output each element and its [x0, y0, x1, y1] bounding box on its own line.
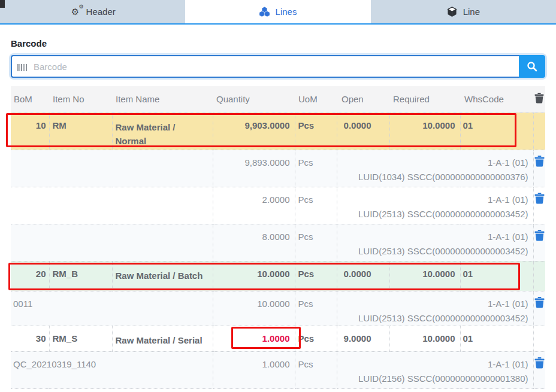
quantity-cell: 8.0000	[213, 224, 295, 261]
item-no-cell: RM	[49, 113, 112, 150]
actions-cell	[533, 351, 545, 388]
luid-sscc: LUID(2513) SSCC(000000000000003452)	[337, 244, 528, 259]
barcode-input[interactable]	[11, 55, 519, 78]
barcode-input-group	[11, 55, 545, 78]
delete-row-button[interactable]	[534, 230, 545, 243]
actions-cell	[533, 187, 545, 224]
detail-row: 9,893.0000Pcs1-A-1 (01)LUID(1034) SSCC(0…	[11, 150, 545, 187]
col-header-actions	[533, 86, 545, 113]
detail-label-cell	[11, 224, 213, 261]
bom-cell: 30	[11, 326, 49, 351]
luid-sscc: LUID(2513) SSCC(000000000000003452)	[337, 207, 528, 221]
bin-location: 1-A-1 (01)	[337, 357, 528, 372]
bin-location: 1-A-1 (01)	[337, 156, 528, 170]
uom-cell: Pcs	[295, 326, 337, 351]
detail-label-cell: 0011	[11, 291, 213, 326]
open-cell: 0.0000	[337, 113, 389, 150]
luid-sscc: LUID(2513) SSCC(000000000000003452)	[337, 311, 528, 326]
quantity-cell: 9,903.0000	[213, 113, 295, 150]
bom-row: 30RM_SRaw Material / Serial1.0000Pcs9.00…	[11, 326, 545, 351]
detail-label-cell	[11, 187, 213, 224]
trash-icon	[534, 357, 545, 369]
delete-row-button[interactable]	[534, 156, 545, 169]
uom-cell: Pcs	[295, 224, 337, 261]
quantity-value: 9,903.0000	[244, 120, 289, 130]
open-cell: 0.0000	[337, 261, 389, 291]
cubes-icon	[259, 7, 270, 17]
search-icon	[527, 61, 537, 72]
delete-row-button[interactable]	[534, 357, 545, 370]
required-cell: 10.0000	[389, 113, 460, 150]
trash-icon	[534, 193, 545, 204]
bin-luid-cell: 1-A-1 (01)LUID(1034) SSCC(00000000000000…	[337, 150, 533, 187]
uom-cell: Pcs	[295, 291, 337, 326]
whscode-cell: 01	[460, 261, 533, 291]
quantity-cell: 10.0000	[213, 291, 295, 326]
item-no-cell: RM_B	[49, 261, 112, 291]
search-button[interactable]	[519, 55, 545, 78]
col-header-item-name: Item Name	[112, 86, 213, 113]
bom-row: 10RMRaw Material / Normal9,903.0000Pcs0.…	[11, 113, 545, 150]
corner-artifact	[0, 0, 5, 8]
quantity-cell: 1.0000	[213, 351, 295, 388]
lines-table: BoM Item No Item Name Quantity UoM Open …	[11, 86, 545, 389]
bin-luid-cell: 1-A-1 (01)LUID(2513) SSCC(00000000000000…	[337, 224, 533, 261]
barcode-label: Barcode	[11, 38, 545, 48]
col-header-quantity: Quantity	[213, 86, 295, 113]
gears-icon: ⚙⚙	[70, 7, 81, 17]
delete-row-button[interactable]	[534, 193, 545, 206]
quantity-cell: 2.0000	[213, 187, 295, 224]
col-header-required: Required	[389, 86, 460, 113]
whscode-cell: 01	[460, 326, 533, 351]
col-header-open: Open	[337, 86, 389, 113]
item-name-cell: Raw Material / Normal	[112, 113, 213, 150]
required-cell: 10.0000	[389, 326, 460, 351]
detail-label-cell	[11, 150, 213, 187]
uom-cell: Pcs	[295, 261, 337, 291]
uom-cell: Pcs	[295, 351, 337, 388]
table-body: 10RMRaw Material / Normal9,903.0000Pcs0.…	[11, 113, 545, 388]
bin-luid-cell: 1-A-1 (01)LUID(2156) SSCC(00000000000000…	[337, 351, 533, 388]
trash-icon	[534, 93, 544, 104]
trash-icon	[534, 230, 545, 241]
bin-location: 1-A-1 (01)	[337, 297, 528, 311]
uom-cell: Pcs	[295, 187, 337, 224]
quantity-value: 10.0000	[257, 269, 289, 279]
detail-row: 001110.0000Pcs1-A-1 (01)LUID(2513) SSCC(…	[11, 291, 545, 326]
bin-luid-cell: 1-A-1 (01)LUID(2513) SSCC(00000000000000…	[337, 291, 533, 326]
bin-location: 1-A-1 (01)	[337, 193, 528, 207]
col-header-item-no: Item No	[49, 86, 112, 113]
lines-panel: Barcode	[0, 38, 556, 389]
bom-cell: 10	[11, 113, 49, 150]
luid-sscc: LUID(2156) SSCC(000000000000001380)	[337, 372, 528, 386]
col-header-bom: BoM	[11, 86, 49, 113]
actions-cell	[533, 261, 545, 291]
whscode-cell: 01	[460, 113, 533, 150]
bin-luid-cell: 1-A-1 (01)LUID(2513) SSCC(00000000000000…	[337, 187, 533, 224]
actions-cell	[533, 291, 545, 326]
bin-location: 1-A-1 (01)	[337, 230, 528, 244]
trash-icon	[534, 156, 545, 167]
uom-cell: Pcs	[295, 150, 337, 187]
actions-cell	[533, 224, 545, 261]
tab-lines-label: Lines	[276, 7, 297, 17]
detail-label-cell: QC_20210319_1140	[11, 351, 213, 388]
tab-lines[interactable]: Lines	[185, 0, 370, 23]
required-cell: 10.0000	[389, 261, 460, 291]
detail-row: QC_20210319_11401.0000Pcs1-A-1 (01)LUID(…	[11, 351, 545, 388]
actions-cell	[533, 150, 545, 187]
delete-row-button[interactable]	[534, 297, 545, 310]
tab-bar: ⚙⚙ Header Lines Line	[0, 0, 556, 25]
tab-line[interactable]: Line	[371, 0, 556, 23]
quantity-cell: 1.0000	[213, 326, 295, 351]
lines-table-wrap: BoM Item No Item Name Quantity UoM Open …	[11, 86, 545, 389]
bom-cell: 20	[11, 261, 49, 291]
cube-icon	[447, 7, 458, 17]
tab-line-label: Line	[463, 7, 480, 17]
table-header-row: BoM Item No Item Name Quantity UoM Open …	[11, 86, 545, 113]
col-header-whscode: WhsCode	[460, 86, 533, 113]
col-header-uom: UoM	[295, 86, 337, 113]
tab-header[interactable]: ⚙⚙ Header	[0, 0, 185, 23]
tab-header-label: Header	[86, 7, 116, 17]
quantity-cell: 10.0000	[213, 261, 295, 291]
